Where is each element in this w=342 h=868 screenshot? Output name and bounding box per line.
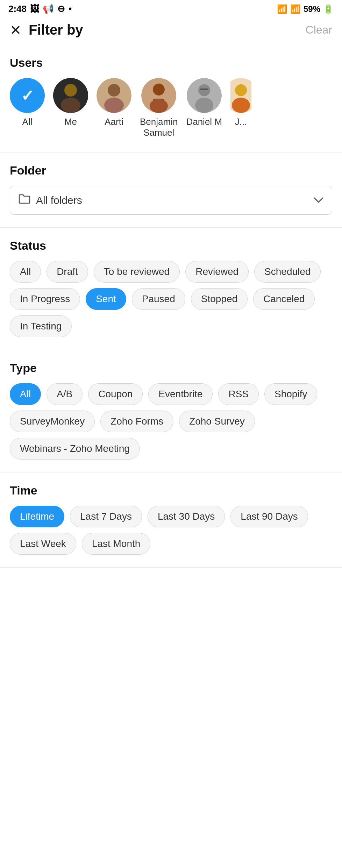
signal-icon: 📶 bbox=[290, 4, 301, 14]
type-pill-coupon[interactable]: Coupon bbox=[88, 383, 143, 405]
user-label-daniel: Daniel M bbox=[186, 116, 222, 127]
status-pill-in-testing[interactable]: In Testing bbox=[10, 315, 72, 337]
user-label-me: Me bbox=[64, 116, 77, 127]
user-avatar-all bbox=[10, 78, 45, 113]
user-label-ja: J... bbox=[235, 116, 247, 127]
status-image-icon: 🖼 bbox=[30, 3, 39, 14]
status-bar-right: 📶 📶 59% 🔋 bbox=[277, 4, 334, 14]
user-item-daniel[interactable]: Daniel M bbox=[186, 78, 222, 138]
folder-section: Folder All folders bbox=[0, 152, 342, 228]
user-item-all[interactable]: All bbox=[10, 78, 45, 138]
user-label-all: All bbox=[22, 116, 33, 127]
type-pill-ab[interactable]: A/B bbox=[47, 383, 83, 405]
status-pill-paused[interactable]: Paused bbox=[132, 288, 185, 310]
user-label-benjamin: BenjaminSamuel bbox=[140, 116, 178, 138]
type-pill-shopify[interactable]: Shopify bbox=[264, 383, 317, 405]
svg-point-11 bbox=[195, 98, 213, 113]
status-notif-icon: 📢 bbox=[43, 3, 54, 14]
wifi-icon: 📶 bbox=[277, 4, 287, 14]
time-pill-lastmonth[interactable]: Last Month bbox=[82, 533, 151, 555]
status-bar: 2:48 🖼 📢 ⊖ • 📶 📶 59% 🔋 bbox=[0, 0, 342, 16]
svg-point-5 bbox=[104, 98, 124, 113]
type-pill-eventbrite[interactable]: Eventbrite bbox=[148, 383, 213, 405]
type-pill-zoho-survey[interactable]: Zoho Survey bbox=[179, 411, 255, 432]
status-pill-reviewed[interactable]: Reviewed bbox=[185, 261, 249, 283]
user-label-aarti: Aarti bbox=[105, 116, 123, 127]
user-avatar-aarti bbox=[97, 78, 131, 113]
folder-section-title: Folder bbox=[10, 164, 332, 177]
type-pill-all[interactable]: All bbox=[10, 383, 41, 405]
chevron-down-icon bbox=[314, 195, 323, 206]
type-pill-surveymonkey[interactable]: SurveyMonkey bbox=[10, 411, 95, 432]
user-avatar-ja bbox=[230, 78, 251, 113]
status-section-title: Status bbox=[10, 239, 332, 252]
users-section-title: Users bbox=[10, 56, 332, 70]
type-pill-rss[interactable]: RSS bbox=[218, 383, 259, 405]
page-title: Filter by bbox=[29, 22, 83, 38]
svg-point-1 bbox=[64, 84, 77, 97]
type-section-title: Type bbox=[10, 361, 332, 375]
status-minus-icon: ⊖ bbox=[57, 3, 65, 14]
status-pills: All Draft To be reviewed Reviewed Schedu… bbox=[10, 261, 332, 337]
battery-icon: 🔋 bbox=[323, 4, 334, 14]
header-left: ✕ Filter by bbox=[10, 22, 83, 38]
user-avatar-benjamin bbox=[141, 78, 176, 113]
header: ✕ Filter by Clear bbox=[0, 16, 342, 45]
svg-point-2 bbox=[61, 98, 80, 113]
svg-point-4 bbox=[108, 84, 120, 97]
user-item-aarti[interactable]: Aarti bbox=[97, 78, 131, 138]
status-pill-all[interactable]: All bbox=[10, 261, 41, 283]
users-section: Users All Me bbox=[0, 45, 342, 152]
status-section: Status All Draft To be reviewed Reviewed… bbox=[0, 228, 342, 350]
status-pill-to-be-reviewed[interactable]: To be reviewed bbox=[94, 261, 180, 283]
status-time: 2:48 bbox=[8, 3, 27, 14]
folder-dropdown[interactable]: All folders bbox=[10, 186, 332, 215]
type-section: Type All A/B Coupon Eventbrite RSS Shopi… bbox=[0, 350, 342, 472]
svg-point-10 bbox=[198, 84, 210, 96]
type-pill-zoho-forms[interactable]: Zoho Forms bbox=[100, 411, 173, 432]
time-section: Time Lifetime Last 7 Days Last 30 Days L… bbox=[0, 472, 342, 568]
status-pill-canceled[interactable]: Canceled bbox=[253, 288, 315, 310]
time-pill-last90days[interactable]: Last 90 Days bbox=[230, 506, 308, 527]
type-pill-webinars[interactable]: Webinars - Zoho Meeting bbox=[10, 438, 140, 460]
time-pills: Lifetime Last 7 Days Last 30 Days Last 9… bbox=[10, 506, 332, 555]
svg-point-15 bbox=[232, 98, 250, 113]
user-item-me[interactable]: Me bbox=[53, 78, 88, 138]
users-scroll: All Me Aarti bbox=[10, 78, 332, 140]
time-pill-last30days[interactable]: Last 30 Days bbox=[148, 506, 225, 527]
status-dot-icon: • bbox=[69, 3, 72, 14]
time-section-title: Time bbox=[10, 484, 332, 497]
battery-text: 59% bbox=[304, 4, 320, 14]
status-pill-sent[interactable]: Sent bbox=[86, 288, 126, 310]
user-item-benjamin[interactable]: BenjaminSamuel bbox=[140, 78, 178, 138]
folder-icon bbox=[19, 194, 30, 207]
status-bar-left: 2:48 🖼 📢 ⊖ • bbox=[8, 3, 72, 14]
status-pill-scheduled[interactable]: Scheduled bbox=[254, 261, 321, 283]
close-button[interactable]: ✕ bbox=[10, 23, 22, 37]
folder-left: All folders bbox=[19, 194, 82, 207]
svg-rect-12 bbox=[200, 88, 208, 90]
clear-button[interactable]: Clear bbox=[306, 23, 332, 36]
status-pill-stopped[interactable]: Stopped bbox=[191, 288, 248, 310]
svg-point-7 bbox=[153, 84, 165, 95]
status-pill-in-progress[interactable]: In Progress bbox=[10, 288, 80, 310]
status-pill-draft[interactable]: Draft bbox=[47, 261, 88, 283]
folder-value: All folders bbox=[36, 194, 82, 206]
time-pill-lastweek[interactable]: Last Week bbox=[10, 533, 76, 555]
time-pill-last7days[interactable]: Last 7 Days bbox=[70, 506, 142, 527]
svg-point-14 bbox=[235, 84, 247, 96]
user-item-ja[interactable]: J... bbox=[230, 78, 251, 138]
user-avatar-me bbox=[53, 78, 88, 113]
svg-point-8 bbox=[150, 99, 168, 113]
type-pills: All A/B Coupon Eventbrite RSS Shopify Su… bbox=[10, 383, 332, 460]
user-avatar-daniel bbox=[187, 78, 222, 113]
time-pill-lifetime[interactable]: Lifetime bbox=[10, 506, 64, 527]
